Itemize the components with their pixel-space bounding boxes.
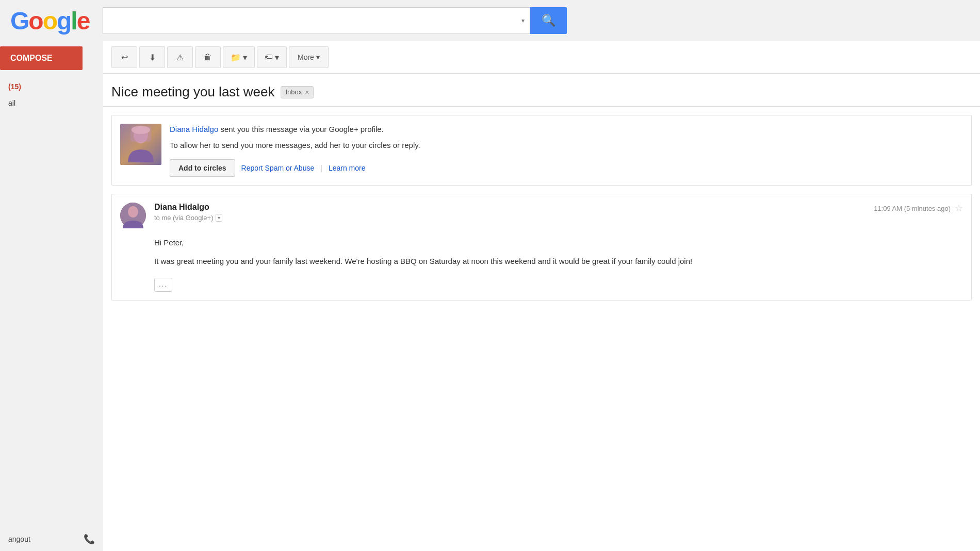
add-to-circles-button[interactable]: Add to circles xyxy=(170,159,235,177)
folder-icon: 📁 xyxy=(231,53,241,62)
message-time: 11:09 AM (5 minutes ago) xyxy=(874,205,951,212)
bottom-bar: angout 📞 xyxy=(0,527,103,551)
sidebar-item-mail[interactable]: ail xyxy=(0,95,103,111)
gplus-message-line2: To allow her to send you more messages, … xyxy=(170,140,963,152)
gplus-actions: Add to circles Report Spam or Abuse | Le… xyxy=(170,159,963,177)
delete-icon: 🗑 xyxy=(204,53,212,62)
gplus-notice-banner: Diana Hidalgo sent you this message via … xyxy=(111,115,972,186)
email-subject-row: Nice meeting you last week Inbox × xyxy=(103,74,980,107)
email-subject-title: Nice meeting you last week xyxy=(111,84,274,100)
more-label: More xyxy=(298,53,314,61)
avatar-placeholder xyxy=(120,124,161,165)
report-spam-link[interactable]: Report Spam or Abuse xyxy=(241,164,315,172)
more-dropdown-icon: ▾ xyxy=(316,53,320,61)
hangout-label: angout xyxy=(8,535,30,543)
message-header: Diana Hidalgo to me (via Google+) ▾ 11:0… xyxy=(120,203,963,228)
inbox-badge-label: Inbox xyxy=(285,88,302,96)
label-icon-group: 🏷 ▾ xyxy=(265,53,279,62)
expand-button[interactable]: ... xyxy=(154,278,172,292)
report-icon: ⚠ xyxy=(176,53,184,62)
main-content: ↩ ⬇ ⚠ 🗑 📁 ▾ 🏷 ▾ xyxy=(103,41,980,551)
gplus-message-text1b: sent you this message via your Google+ p… xyxy=(220,125,383,133)
sidebar: COMPOSE (15) ail xyxy=(0,41,103,551)
archive-icon: ⬇ xyxy=(149,53,156,62)
report-button[interactable]: ⚠ xyxy=(167,46,193,68)
search-input[interactable] xyxy=(103,7,530,34)
label-icon: 🏷 xyxy=(265,53,273,62)
search-bar: ▾ 🔍 xyxy=(103,7,567,34)
message-time-area: 11:09 AM (5 minutes ago) ☆ xyxy=(874,203,963,214)
label-dropdown-icon: ▾ xyxy=(275,53,279,62)
phone-icon[interactable]: 📞 xyxy=(84,533,95,545)
folder-dropdown-icon: ▾ xyxy=(243,53,247,62)
learn-more-link[interactable]: Learn more xyxy=(329,164,366,172)
message-to-line: to me (via Google+) ▾ xyxy=(154,214,222,222)
message-to-text: to me (via Google+) xyxy=(154,214,214,222)
email-message: Diana Hidalgo to me (via Google+) ▾ 11:0… xyxy=(111,194,972,300)
sender-name-link[interactable]: Diana Hidalgo xyxy=(170,125,218,133)
sidebar-item-inbox[interactable]: (15) xyxy=(0,78,103,95)
label-button[interactable]: 🏷 ▾ xyxy=(257,46,287,68)
message-greeting: Hi Peter, xyxy=(154,237,963,249)
star-icon[interactable]: ☆ xyxy=(955,203,963,214)
archive-button[interactable]: ⬇ xyxy=(139,46,165,68)
gplus-text-area: Diana Hidalgo sent you this message via … xyxy=(170,124,963,177)
folder-icon-group: 📁 ▾ xyxy=(231,53,247,62)
compose-button[interactable]: COMPOSE xyxy=(0,46,83,70)
search-button[interactable]: 🔍 xyxy=(530,7,567,34)
search-dropdown-icon[interactable]: ▾ xyxy=(521,17,525,24)
inbox-badge: Inbox × xyxy=(281,86,314,98)
more-button[interactable]: More ▾ xyxy=(289,46,329,68)
message-sender-info: Diana Hidalgo to me (via Google+) ▾ xyxy=(154,203,222,222)
search-icon: 🔍 xyxy=(542,14,556,27)
to-dropdown-button[interactable]: ▾ xyxy=(216,214,222,222)
google-logo: Google xyxy=(10,7,89,35)
folder-button[interactable]: 📁 ▾ xyxy=(223,46,255,68)
delete-button[interactable]: 🗑 xyxy=(195,46,221,68)
sender-avatar-large xyxy=(120,124,161,165)
message-text: It was great meeting you and your family… xyxy=(154,255,963,268)
main-layout: COMPOSE (15) ail ↩ ⬇ ⚠ 🗑 📁 ▾ xyxy=(0,41,980,551)
message-sender-area: Diana Hidalgo to me (via Google+) ▾ xyxy=(120,203,222,228)
pipe-divider: | xyxy=(320,164,322,172)
badge-close-button[interactable]: × xyxy=(305,88,309,96)
svg-point-2 xyxy=(132,126,150,134)
message-avatar xyxy=(120,203,146,228)
toolbar: ↩ ⬇ ⚠ 🗑 📁 ▾ 🏷 ▾ xyxy=(103,41,980,74)
svg-point-4 xyxy=(128,206,138,218)
header: Google ▾ 🔍 xyxy=(0,0,980,41)
message-body: Hi Peter, It was great meeting you and y… xyxy=(120,237,963,292)
search-input-container: ▾ xyxy=(103,7,530,34)
reply-icon: ↩ xyxy=(121,53,128,62)
gplus-message-line1: Diana Hidalgo sent you this message via … xyxy=(170,124,963,136)
reply-button[interactable]: ↩ xyxy=(111,46,137,68)
message-sender-name: Diana Hidalgo xyxy=(154,203,222,212)
